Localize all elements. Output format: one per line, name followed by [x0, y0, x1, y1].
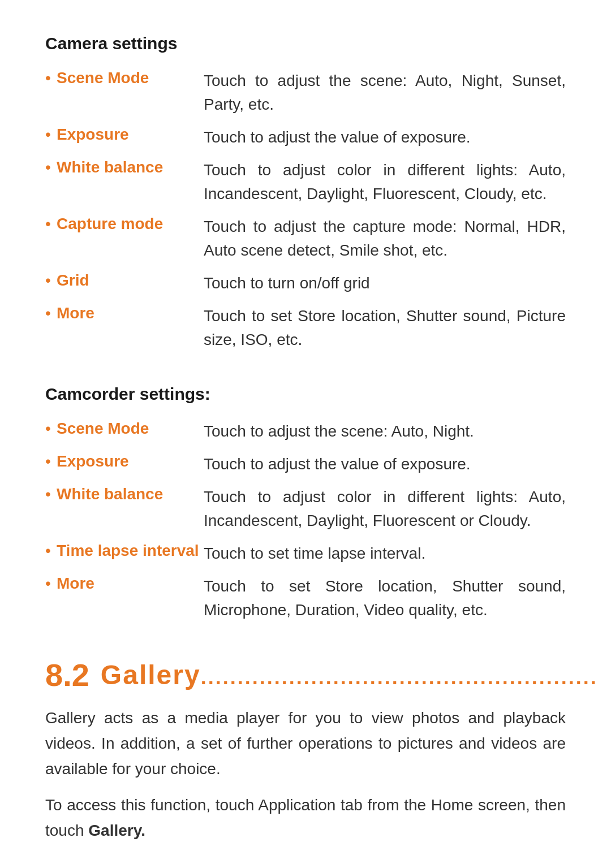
- table-row: • White balance Touch to adjust color in…: [45, 154, 566, 210]
- desc-exposure: Touch to adjust the value of exposure.: [204, 121, 566, 154]
- desc-white-balance-cam: Touch to adjust color in different light…: [204, 481, 566, 537]
- bullet-icon: •: [45, 570, 57, 627]
- table-row: • Time lapse interval Touch to set time …: [45, 537, 566, 570]
- table-row: • Capture mode Touch to adjust the captu…: [45, 210, 566, 267]
- bullet-icon: •: [45, 210, 57, 267]
- bullet-icon: •: [45, 481, 57, 537]
- table-row: • Exposure Touch to adjust the value of …: [45, 448, 566, 481]
- term-capture-mode: Capture mode: [57, 210, 204, 267]
- desc-time-lapse: Touch to set time lapse interval.: [204, 537, 566, 570]
- bullet-icon: •: [45, 64, 57, 121]
- bullet-icon: •: [45, 267, 57, 300]
- gallery-paragraph2-bold: Gallery.: [88, 822, 145, 839]
- table-row: • More Touch to set Store location, Shut…: [45, 300, 566, 356]
- desc-grid: Touch to turn on/off grid: [204, 267, 566, 300]
- camera-settings-section: Camera settings • Scene Mode Touch to ad…: [45, 34, 566, 356]
- gallery-title: Gallery.................................…: [101, 659, 598, 690]
- bullet-icon: •: [45, 300, 57, 356]
- term-scene-mode-cam: Scene Mode: [57, 415, 204, 448]
- bullet-icon: •: [45, 154, 57, 210]
- bullet-icon: •: [45, 121, 57, 154]
- term-white-balance-cam: White balance: [57, 481, 204, 537]
- term-more-camera: More: [57, 300, 204, 356]
- table-row: • Scene Mode Touch to adjust the scene: …: [45, 64, 566, 121]
- table-row: • Scene Mode Touch to adjust the scene: …: [45, 415, 566, 448]
- camera-settings-table: • Scene Mode Touch to adjust the scene: …: [45, 64, 566, 356]
- gallery-paragraph2: To access this function, touch Applicati…: [45, 793, 566, 844]
- camcorder-settings-section: Camcorder settings: • Scene Mode Touch t…: [45, 385, 566, 627]
- term-grid: Grid: [57, 267, 204, 300]
- camcorder-settings-table: • Scene Mode Touch to adjust the scene: …: [45, 415, 566, 627]
- camcorder-settings-title: Camcorder settings:: [45, 385, 566, 404]
- term-time-lapse: Time lapse interval: [57, 537, 204, 570]
- bullet-icon: •: [45, 415, 57, 448]
- desc-more-camera: Touch to set Store location, Shutter sou…: [204, 300, 566, 356]
- table-row: • Grid Touch to turn on/off grid: [45, 267, 566, 300]
- term-white-balance: White balance: [57, 154, 204, 210]
- desc-scene-mode: Touch to adjust the scene: Auto, Night, …: [204, 64, 566, 121]
- gallery-section: 8.2 Gallery.............................…: [45, 655, 566, 844]
- desc-white-balance: Touch to adjust color in different light…: [204, 154, 566, 210]
- table-row: • White balance Touch to adjust color in…: [45, 481, 566, 537]
- bullet-icon: •: [45, 537, 57, 570]
- term-scene-mode: Scene Mode: [57, 64, 204, 121]
- table-row: • Exposure Touch to adjust the value of …: [45, 121, 566, 154]
- desc-scene-mode-cam: Touch to adjust the scene: Auto, Night.: [204, 415, 566, 448]
- camera-settings-title: Camera settings: [45, 34, 566, 53]
- term-more-cam: More: [57, 570, 204, 627]
- desc-more-cam: Touch to set Store location, Shutter sou…: [204, 570, 566, 627]
- desc-exposure-cam: Touch to adjust the value of exposure.: [204, 448, 566, 481]
- bullet-icon: •: [45, 448, 57, 481]
- gallery-dots: ........................................…: [201, 666, 598, 689]
- desc-capture-mode: Touch to adjust the capture mode: Normal…: [204, 210, 566, 267]
- gallery-paragraph1: Gallery acts as a media player for you t…: [45, 706, 566, 781]
- gallery-header: 8.2 Gallery.............................…: [45, 655, 566, 694]
- table-row: • More Touch to set Store location, Shut…: [45, 570, 566, 627]
- gallery-section-number: 8.2: [45, 657, 89, 693]
- term-exposure-cam: Exposure: [57, 448, 204, 481]
- term-exposure: Exposure: [57, 121, 204, 154]
